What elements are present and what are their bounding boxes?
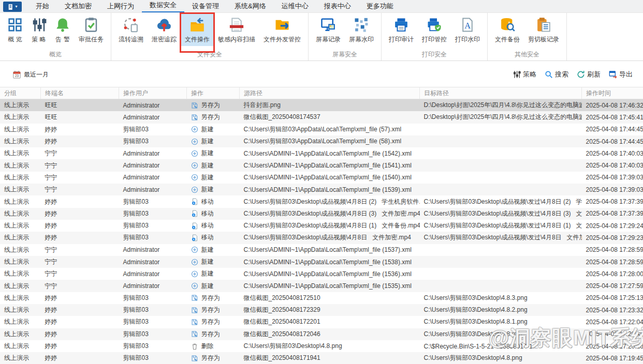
log-table-wrap: 分组终端名操作用户操作源路径目标路径操作时间▼U盘 线上演示 旺旺 Admini… xyxy=(0,87,643,364)
cell-source-path: 微信截图_20250408172201 xyxy=(240,316,420,328)
ribbon-button-alert[interactable]: 告 警 xyxy=(51,14,74,46)
toolbar-action-refresh[interactable]: 刷新 xyxy=(577,70,601,79)
ribbon-button-flow-trace[interactable]: 流转追溯 xyxy=(115,14,147,46)
column-header-label: 源路径 xyxy=(244,89,262,97)
menu-item-data-security[interactable]: 数据安全 xyxy=(142,0,184,12)
operation-label: 另存为 xyxy=(201,113,220,122)
ribbon-button-file-operation[interactable]: 文件操作 xyxy=(181,14,213,46)
table-row[interactable]: 线上演示 宁宁 Administrator 新建 C:\Users\ADMINI… xyxy=(0,172,643,184)
table-row[interactable]: 线上演示 婷婷 剪辑部03 移动 C:\Users\剪辑部03\Desktop\… xyxy=(0,195,643,207)
cell-time: 2025-04-08 17:37:39 xyxy=(582,208,643,220)
table-row[interactable]: 线上演示 宁宁 Administrator 新建 C:\Users\ADMINI… xyxy=(0,244,643,256)
column-header-group[interactable]: 分组 xyxy=(0,87,41,99)
cell-target-path xyxy=(420,135,582,147)
column-header-target[interactable]: 目标路径 xyxy=(420,87,582,99)
table-row[interactable]: 线上演示 婷婷 剪辑部03 另存为 微信截图_20250408172046 C:… xyxy=(0,328,643,340)
ribbon-button-policy[interactable]: 策 略 xyxy=(27,14,50,46)
ribbon-button-overview[interactable]: 概 览 xyxy=(4,14,26,46)
cell-time: 2025-04-08 17:23:32 xyxy=(582,304,643,316)
cell-operation: 另存为 xyxy=(187,99,240,112)
ribbon-button-print-control[interactable]: 打印管控 xyxy=(418,14,450,46)
menu-item-doc-encrypt[interactable]: 文档加密 xyxy=(57,1,99,12)
table-row[interactable]: 线上演示 婷婷 剪辑部03 另存为 微信截图_20250408172201 C:… xyxy=(0,316,643,328)
ribbon-button-leak-trace[interactable]: 泄密追踪 xyxy=(148,14,180,46)
table-row[interactable]: 线上演示 宁宁 Administrator 新建 C:\Users\ADMINI… xyxy=(0,280,643,292)
operation-saveas-icon xyxy=(191,114,198,121)
cell-target-path: C:\Users\剪辑部03\Desktop\成品视频\发过\4月8日 (2) … xyxy=(420,195,582,207)
cell-group: 线上演示 xyxy=(0,340,41,352)
cell-time: 2025-04-08 17:44:45 xyxy=(582,135,643,147)
ribbon-button-file-outgoing-control[interactable]: 文件外发管控 xyxy=(260,14,304,46)
ribbon-button-file-backup[interactable]: 文件备份 xyxy=(491,14,523,46)
table-row[interactable]: 线上演示 宁宁 Administrator 新建 C:\Users\ADMINI… xyxy=(0,256,643,268)
operation-saveas-icon xyxy=(191,307,198,314)
operation-new-icon xyxy=(191,150,198,157)
ribbon-button-screen-record[interactable]: 屏幕记录 xyxy=(312,14,344,46)
ribbon-button-clipboard-record[interactable]: 剪切板记录 xyxy=(524,14,563,46)
operation-label: 新建 xyxy=(201,173,214,182)
cell-time: 2025-04-08 17:28:59 xyxy=(582,256,643,268)
column-header-user[interactable]: 操作用户 xyxy=(119,87,187,99)
table-row[interactable]: 线上演示 婷婷 剪辑部03 移动 C:\Users\剪辑部03\Desktop\… xyxy=(0,208,643,220)
toolbar-action-policy[interactable]: 策略 xyxy=(513,70,536,79)
overview-icon xyxy=(7,17,23,33)
menu-item-device-mgmt[interactable]: 设备管理 xyxy=(184,1,227,12)
menu-item-ops-center[interactable]: 运维中心 xyxy=(274,1,316,12)
date-filter[interactable]: 23 最近一月 xyxy=(12,70,49,79)
toolbar-action-export[interactable]: 导出 xyxy=(609,70,633,79)
table-row[interactable]: 线上演示 婷婷 剪辑部03 新建 C:\Users\剪辑部03\AppData\… xyxy=(0,135,643,147)
column-header-source[interactable]: 源路径 xyxy=(240,87,420,99)
cell-source-path: 抖音封面.png xyxy=(240,99,420,112)
column-header-terminal[interactable]: 终端名 xyxy=(41,87,119,99)
table-row[interactable]: 线上演示 旺旺 Administrator 另存为 抖音封面.png D:\De… xyxy=(0,99,643,112)
operation-saveas-icon xyxy=(191,102,198,109)
leak-trace-icon xyxy=(156,17,172,33)
operation-delete-icon xyxy=(191,343,198,350)
table-row[interactable]: 线上演示 婷婷 剪辑部03 另存为 微信截图_20250408171941 C:… xyxy=(0,352,643,364)
table-row[interactable]: 线上演示 宁宁 Administrator 新建 C:\Users\ADMINI… xyxy=(0,147,643,159)
cell-operation: 另存为 xyxy=(187,316,240,328)
ribbon-button-print-watermark[interactable]: A 打印水印 xyxy=(451,14,484,46)
column-header-operation[interactable]: 操作 xyxy=(187,87,240,99)
table-row[interactable]: 线上演示 婷婷 剪辑部03 另存为 微信截图_20250408172510 C:… xyxy=(0,292,643,304)
sensitive-scan-icon xyxy=(229,17,244,33)
table-row[interactable]: 线上演示 宁宁 Administrator 新建 C:\Users\ADMINI… xyxy=(0,184,643,195)
table-row[interactable]: 线上演示 婷婷 剪辑部03 移动 C:\Users\剪辑部03\Desktop\… xyxy=(0,220,643,232)
column-header-label: 操作时间 xyxy=(586,89,611,97)
cell-user: Administrator xyxy=(119,111,187,123)
app-menu-button[interactable]: ▾ xyxy=(3,2,22,12)
ribbon-button-approval-tasks[interactable]: 审批任务 xyxy=(75,14,107,46)
ribbon-button-label: 策 略 xyxy=(32,35,46,44)
table-row[interactable]: 线上演示 婷婷 剪辑部03 另存为 微信截图_20250408172329 C:… xyxy=(0,304,643,316)
menu-item-more-features[interactable]: 更多功能 xyxy=(359,1,401,12)
menu-item-net-behavior[interactable]: 上网行为 xyxy=(99,1,142,12)
menu-item-system-network[interactable]: 系统&网络 xyxy=(227,1,274,12)
table-row[interactable]: 线上演示 婷婷 剪辑部03 移动 C:\Users\剪辑部03\Desktop\… xyxy=(0,232,643,244)
cell-target-path: C:\Users\剪辑部03\Desktop\4.8.1.png xyxy=(420,316,582,328)
cell-group: 线上演示 xyxy=(0,280,41,292)
menu-item-start[interactable]: 开始 xyxy=(28,1,57,12)
menu-item-report-center[interactable]: 报表中心 xyxy=(316,1,359,12)
cell-group: 线上演示 xyxy=(0,328,41,340)
cell-group: 线上演示 xyxy=(0,111,41,123)
cell-time: 2025-04-08 17:44:45 xyxy=(582,124,643,135)
cell-terminal: 宁宁 xyxy=(41,159,119,171)
table-row[interactable]: 线上演示 婷婷 剪辑部03 新建 C:\Users\剪辑部03\AppData\… xyxy=(0,124,643,135)
toolbar-action-search[interactable]: 搜索 xyxy=(545,70,568,79)
column-header-time[interactable]: 操作时间▼ xyxy=(582,87,643,99)
operation-label: 另存为 xyxy=(201,306,220,314)
column-header-label: 操作用户 xyxy=(123,89,148,97)
ribbon-button-print-audit[interactable]: 打印审计 xyxy=(385,14,417,46)
table-row[interactable]: 线上演示 旺旺 Administrator 另存为 微信截图_202504081… xyxy=(0,111,643,123)
operation-label: 新建 xyxy=(201,137,214,146)
cell-source-path: 微信截图_20250408174537 xyxy=(240,111,420,123)
table-row[interactable]: 线上演示 宁宁 Administrator 新建 C:\Users\ADMINI… xyxy=(0,159,643,171)
cell-user: 剪辑部03 xyxy=(119,220,187,232)
alert-icon xyxy=(55,17,70,33)
table-row[interactable]: 线上演示 宁宁 Administrator 新建 C:\Users\ADMINI… xyxy=(0,268,643,280)
operation-label: 移动 xyxy=(201,221,214,230)
ribbon-button-sensitive-scan[interactable]: 敏感内容扫描 xyxy=(214,14,259,46)
table-row[interactable]: 线上演示 婷婷 剪辑部03 删除 C:\Users\剪辑部03\Desktop\… xyxy=(0,340,643,352)
cell-time: 2025-04-08 17:29:23 xyxy=(582,232,643,244)
ribbon-button-screen-watermark[interactable]: 屏幕水印 xyxy=(345,14,377,46)
